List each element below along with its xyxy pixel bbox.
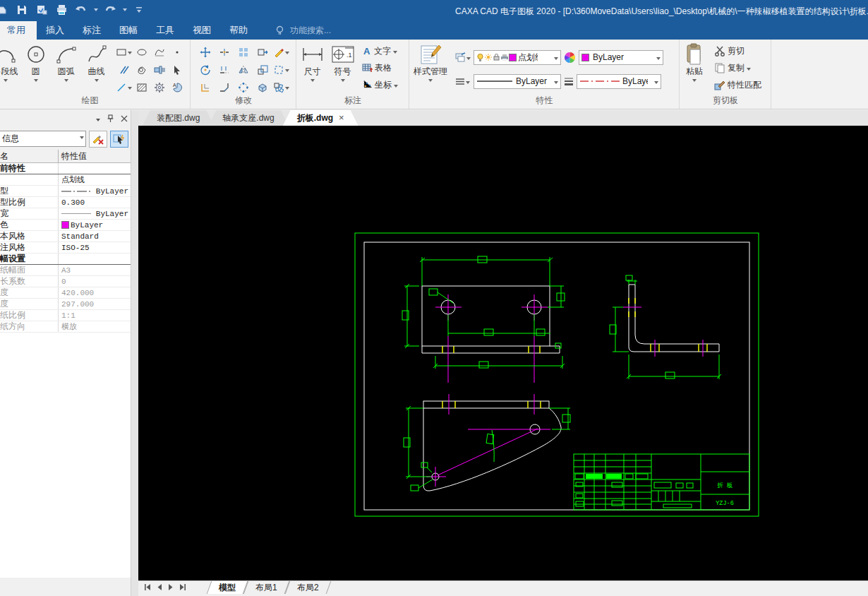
- paste-dropdown[interactable]: [692, 79, 697, 82]
- copy-dropdown[interactable]: [747, 68, 751, 71]
- pin-icon[interactable]: [107, 114, 114, 123]
- coordinate-dropdown[interactable]: [394, 85, 398, 88]
- chamfer-button[interactable]: [215, 78, 234, 96]
- table-row[interactable]: 高度297.000: [0, 299, 131, 310]
- scale-button[interactable]: [253, 61, 272, 78]
- customize-qat-button[interactable]: [131, 2, 147, 18]
- copy-button[interactable]: 复制: [713, 59, 763, 76]
- style-manager-button[interactable]: 样式管理: [410, 42, 451, 93]
- draw-ellipse-button[interactable]: [133, 43, 150, 61]
- undo-button[interactable]: [73, 2, 89, 18]
- function-search[interactable]: 功能搜索...: [275, 21, 331, 40]
- polyline-button[interactable]: 多段线: [0, 42, 20, 93]
- color-wheel-icon[interactable]: [564, 52, 576, 64]
- text-dropdown[interactable]: [393, 51, 397, 54]
- table-row[interactable]: 线型比例0.300: [0, 197, 131, 208]
- symbol-dropdown[interactable]: [341, 79, 345, 82]
- pick-object-button[interactable]: [110, 131, 128, 148]
- print-button[interactable]: [54, 2, 69, 18]
- table-row[interactable]: 颜色 ByLayer: [0, 220, 131, 231]
- redo-button[interactable]: [102, 2, 118, 18]
- circle-button[interactable]: 圆: [20, 42, 51, 93]
- doc-tab-close-icon[interactable]: ×: [339, 111, 344, 125]
- undo-dropdown[interactable]: [94, 8, 98, 11]
- redo-dropdown[interactable]: [123, 8, 127, 11]
- linetype-select-arrow[interactable]: [551, 75, 560, 88]
- last-tab-icon[interactable]: [179, 584, 186, 590]
- explode-button[interactable]: [272, 78, 291, 96]
- spline-button[interactable]: 曲线: [81, 42, 111, 93]
- table-row[interactable]: 加长系数0: [0, 276, 131, 287]
- panel-view-select[interactable]: 信息: [0, 131, 86, 147]
- cancel-edit-button[interactable]: [89, 131, 107, 148]
- spline-dropdown[interactable]: [95, 79, 99, 82]
- arc-dropdown[interactable]: [64, 79, 68, 82]
- offset-button[interactable]: [195, 78, 215, 96]
- extend-button[interactable]: [215, 61, 234, 78]
- doc-tab-folded-plate[interactable]: 折板.dwg ×: [283, 110, 358, 126]
- table-row[interactable]: 图纸幅面A3: [0, 265, 131, 276]
- table-row[interactable]: 标注风格ISO-25: [0, 242, 131, 254]
- draw-line-button[interactable]: [115, 78, 133, 96]
- style-manager-dropdown[interactable]: [428, 79, 433, 82]
- color-select-arrow[interactable]: [653, 51, 663, 64]
- array-button[interactable]: [234, 43, 253, 61]
- polar-array-button[interactable]: [234, 78, 253, 96]
- layer-settings-dropdown[interactable]: [466, 57, 471, 60]
- tab-help[interactable]: 帮助: [220, 21, 257, 40]
- table-row[interactable]: 层点划线: [0, 174, 131, 186]
- layer-settings-button[interactable]: [454, 50, 471, 65]
- paste-button[interactable]: 粘贴: [680, 42, 709, 93]
- layout-tab-layout2[interactable]: 布局2: [284, 581, 330, 594]
- circle-dropdown[interactable]: [34, 79, 38, 82]
- first-tab-icon[interactable]: [144, 584, 151, 590]
- table-row[interactable]: 图纸比例1:1: [0, 310, 131, 321]
- drawing-canvas[interactable]: 折 板 YZJ-6: [138, 126, 868, 580]
- stretch-button[interactable]: [253, 43, 272, 61]
- tab-annotate[interactable]: 标注: [73, 21, 110, 40]
- tab-view[interactable]: 视图: [183, 21, 220, 40]
- match-properties-button[interactable]: 特性匹配: [713, 76, 763, 93]
- draw-contour-button[interactable]: [133, 61, 150, 78]
- draw-hatch-button[interactable]: [133, 78, 150, 96]
- trim-button[interactable]: [215, 43, 234, 61]
- table-row[interactable]: 线型 ByLayer: [0, 186, 131, 197]
- layer-select[interactable]: 点划线: [474, 50, 561, 65]
- array-3d-button[interactable]: [253, 78, 272, 96]
- linetype-select[interactable]: ByLayer: [474, 74, 561, 89]
- save-button[interactable]: [14, 2, 30, 18]
- color-select[interactable]: ByLayer: [579, 50, 663, 65]
- linetype-settings-button[interactable]: [454, 74, 471, 89]
- panel-splitter[interactable]: [131, 110, 138, 596]
- panel-close-icon[interactable]: [121, 115, 128, 122]
- rotate-button[interactable]: [195, 61, 215, 78]
- move-button[interactable]: [195, 43, 215, 61]
- layout-tab-model[interactable]: 模型: [207, 581, 248, 594]
- symbol-button[interactable]: .1 符号: [327, 42, 358, 93]
- draw-parallel-button[interactable]: [115, 61, 133, 78]
- table-row[interactable]: 线宽 ByLayer: [0, 208, 131, 220]
- draw-point-button[interactable]: [168, 43, 186, 61]
- dimension-dropdown[interactable]: [311, 79, 315, 82]
- draw-formula-curve-button[interactable]: [150, 43, 168, 61]
- save-all-button[interactable]: [34, 2, 49, 18]
- coordinate-button[interactable]: 坐标: [361, 76, 399, 93]
- text-button[interactable]: A 文字: [361, 42, 399, 59]
- table-row[interactable]: 文本风格Standard: [0, 231, 131, 242]
- dimension-button[interactable]: 尺寸: [297, 42, 327, 93]
- linetype-settings-dropdown[interactable]: [466, 81, 470, 84]
- arc-button[interactable]: 圆弧: [51, 42, 81, 93]
- draw-bolt-button[interactable]: [150, 61, 168, 78]
- frame-button[interactable]: [272, 61, 291, 78]
- draw-gear-button[interactable]: [150, 78, 168, 96]
- tab-insert[interactable]: 插入: [37, 21, 73, 40]
- draw-rectangle-button[interactable]: [115, 43, 133, 61]
- tab-home[interactable]: 常用: [0, 21, 37, 40]
- table-button[interactable]: 表格: [361, 59, 399, 76]
- tab-sheet[interactable]: 图幅: [110, 21, 147, 40]
- doc-tab-bearing-seat[interactable]: 轴承支座.dwg: [208, 110, 288, 126]
- panel-menu-arrow[interactable]: [96, 119, 100, 121]
- edit-button[interactable]: [272, 43, 291, 61]
- cut-button[interactable]: 剪切: [713, 42, 763, 59]
- layout-tab-layout1[interactable]: 布局1: [243, 581, 289, 594]
